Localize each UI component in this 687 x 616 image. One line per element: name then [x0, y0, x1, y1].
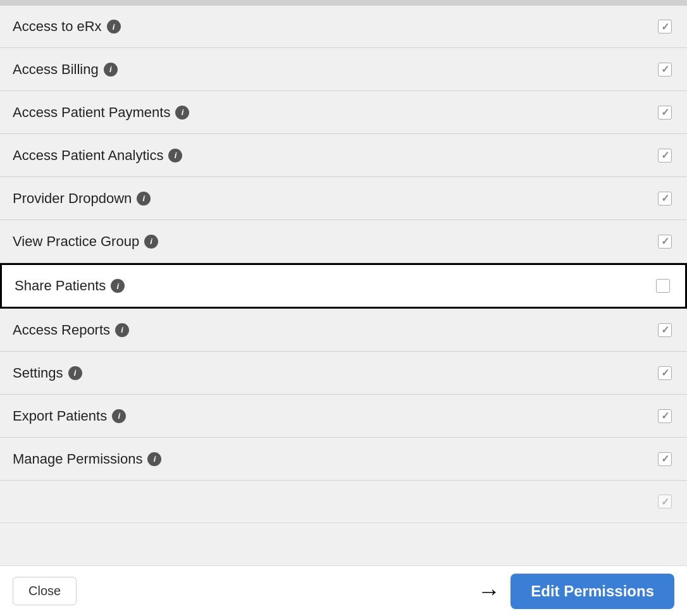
permission-text-access-billing: Access Billing — [13, 61, 99, 78]
checkbox-export-patients[interactable] — [658, 409, 672, 423]
permission-text-view-practice-group: View Practice Group — [13, 233, 139, 250]
info-icon-access-patient-payments[interactable]: i — [175, 106, 189, 120]
checkbox-container-share-patients[interactable] — [653, 276, 672, 295]
checkbox-container-access-patient-payments[interactable] — [655, 103, 674, 122]
arrow-icon: → — [478, 578, 500, 605]
permission-row-view-practice-group: View Practice Groupi — [0, 220, 687, 263]
permission-text-access-patient-analytics: Access Patient Analytics — [13, 147, 163, 164]
top-bar — [0, 0, 687, 5]
permission-row-access-billing: Access Billingi — [0, 48, 687, 91]
arrow-container: → — [478, 578, 500, 605]
permission-label-settings: Settingsi — [13, 365, 82, 381]
permission-label-access-reports: Access Reportsi — [13, 322, 129, 338]
permission-label-access-patient-analytics: Access Patient Analyticsi — [13, 147, 182, 164]
info-icon-access-billing[interactable]: i — [104, 63, 118, 77]
permission-row-share-patients: Share Patientsi — [0, 263, 687, 309]
permission-text-share-patients: Share Patients — [15, 278, 106, 294]
checkbox-container-access-billing[interactable] — [655, 60, 674, 79]
permission-row-provider-dropdown: Provider Dropdowni — [0, 177, 687, 220]
checkbox-container-settings[interactable] — [655, 364, 674, 383]
checkbox-container-manage-permissions[interactable] — [655, 450, 674, 469]
info-icon-access-reports[interactable]: i — [115, 323, 129, 337]
checkbox-access-patient-analytics[interactable] — [658, 149, 672, 163]
permission-text-settings: Settings — [13, 365, 63, 381]
checkbox-container-access-to-erx[interactable] — [655, 17, 674, 36]
permission-row-export-patients: Export Patientsi — [0, 395, 687, 438]
checkbox-settings[interactable] — [658, 366, 672, 380]
info-icon-export-patients[interactable]: i — [112, 409, 126, 423]
permission-text-access-to-erx: Access to eRx — [13, 18, 102, 35]
checkbox-access-billing[interactable] — [658, 63, 672, 77]
info-icon-settings[interactable]: i — [68, 366, 82, 380]
permission-row-access-to-erx: Access to eRxi — [0, 5, 687, 48]
permission-row-access-patient-payments: Access Patient Paymentsi — [0, 91, 687, 134]
checkbox-provider-dropdown[interactable] — [658, 192, 672, 206]
permission-row-access-reports: Access Reportsi — [0, 309, 687, 352]
edit-permissions-button[interactable]: Edit Permissions — [511, 574, 674, 609]
checkbox-access-patient-payments[interactable] — [658, 106, 672, 120]
info-icon-access-patient-analytics[interactable]: i — [168, 149, 182, 163]
permission-label-share-patients: Share Patientsi — [15, 278, 125, 294]
checkbox-container-provider-dropdown[interactable] — [655, 189, 674, 208]
info-icon-provider-dropdown[interactable]: i — [137, 192, 151, 206]
checkbox-container-view-practice-group[interactable] — [655, 232, 674, 251]
footer-right: → Edit Permissions — [478, 574, 674, 609]
info-icon-access-to-erx[interactable]: i — [107, 20, 121, 34]
info-icon-share-patients[interactable]: i — [111, 279, 125, 293]
checkbox-view-practice-group[interactable] — [658, 235, 672, 249]
permission-row-manage-permissions: Manage Permissionsi — [0, 438, 687, 481]
checkbox-manage-permissions[interactable] — [658, 452, 672, 466]
checkbox-partial[interactable] — [658, 495, 672, 508]
checkbox-container-export-patients[interactable] — [655, 407, 674, 426]
checkbox-access-reports[interactable] — [658, 323, 672, 337]
permission-text-access-reports: Access Reports — [13, 322, 110, 338]
permission-row-settings: Settingsi — [0, 352, 687, 395]
info-icon-manage-permissions[interactable]: i — [147, 452, 161, 466]
checkbox-share-patients[interactable] — [656, 279, 670, 293]
permission-text-access-patient-payments: Access Patient Payments — [13, 104, 170, 121]
checkbox-container-access-patient-analytics[interactable] — [655, 146, 674, 165]
permission-label-provider-dropdown: Provider Dropdowni — [13, 190, 151, 207]
permission-label-access-patient-payments: Access Patient Paymentsi — [13, 104, 189, 121]
info-icon-view-practice-group[interactable]: i — [144, 235, 158, 249]
permission-row-partial — [0, 481, 687, 523]
permission-label-access-to-erx: Access to eRxi — [13, 18, 121, 35]
close-button[interactable]: Close — [13, 577, 77, 605]
permission-text-export-patients: Export Patients — [13, 408, 107, 424]
permissions-list: Access to eRxiAccess BillingiAccess Pati… — [0, 5, 687, 565]
permission-text-manage-permissions: Manage Permissions — [13, 451, 142, 467]
checkbox-container-access-reports[interactable] — [655, 321, 674, 340]
checkbox-container-partial[interactable] — [655, 492, 674, 511]
permission-label-access-billing: Access Billingi — [13, 61, 118, 78]
permission-label-export-patients: Export Patientsi — [13, 408, 126, 424]
footer: Close → Edit Permissions — [0, 565, 687, 616]
permission-text-provider-dropdown: Provider Dropdown — [13, 190, 132, 207]
permission-label-manage-permissions: Manage Permissionsi — [13, 451, 161, 467]
checkbox-access-to-erx[interactable] — [658, 20, 672, 34]
permission-label-view-practice-group: View Practice Groupi — [13, 233, 158, 250]
permission-row-access-patient-analytics: Access Patient Analyticsi — [0, 134, 687, 177]
